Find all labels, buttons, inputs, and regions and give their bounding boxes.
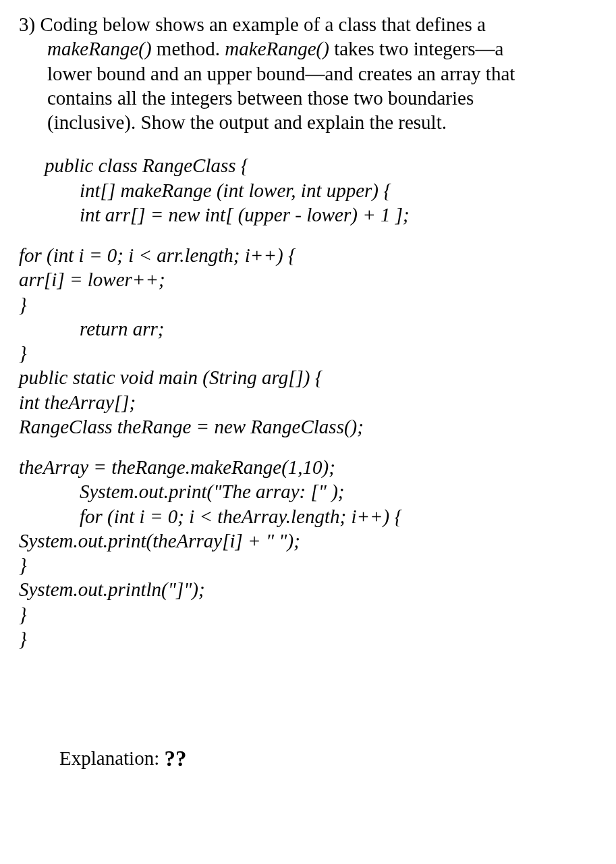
code-line: } [19, 341, 597, 365]
code-line: System.out.print(theArray[i] + " "); [19, 529, 597, 553]
code-block-1: public class RangeClass { int[] makeRang… [19, 153, 597, 227]
question-line-1: 3) Coding below shows an example of a cl… [19, 12, 597, 36]
code-line: System.out.println("]"); [19, 577, 597, 601]
code-line: } [19, 553, 597, 577]
code-line: theArray = theRange.makeRange(1,10); [19, 455, 597, 479]
method-name-2: makeRange() [225, 38, 329, 59]
code-line: int[] makeRange (int lower, int upper) { [19, 178, 597, 202]
question-line-3: lower bound and an upper bound—and creat… [19, 61, 597, 86]
question-text-1: Coding below shows an example of a class… [40, 14, 485, 35]
method-name-1: makeRange() [47, 38, 152, 59]
code-line: return arr; [19, 317, 597, 341]
explanation-block: Explanation: ?? [19, 745, 597, 773]
code-line: int theArray[]; [19, 390, 597, 414]
question-line-4: contains all the integers between those … [19, 86, 597, 110]
code-line: public class RangeClass { [19, 153, 597, 178]
code-line: } [19, 602, 597, 626]
code-line: } [19, 292, 597, 317]
code-line: public static void main (String arg[]) { [19, 365, 597, 389]
question-block: 3) Coding below shows an example of a cl… [19, 12, 597, 134]
code-line: System.out.print("The array: [" ); [19, 479, 597, 504]
code-line: RangeClass theRange = new RangeClass(); [19, 414, 597, 439]
explanation-label: Explanation: [59, 747, 159, 769]
code-block-2: for (int i = 0; i < arr.length; i++) { a… [19, 243, 597, 439]
question-text-5: (inclusive). Show the output and explain… [47, 111, 447, 133]
code-line: } [19, 626, 597, 651]
question-line-2: makeRange() method. makeRange() takes tw… [19, 36, 597, 61]
question-text-2a: method. [152, 38, 225, 59]
code-line: for (int i = 0; i < arr.length; i++) { [19, 243, 597, 267]
question-text-2b: takes two integers—a [329, 38, 504, 59]
code-line: arr[i] = lower++; [19, 267, 597, 292]
question-text-4: contains all the integers between those … [47, 87, 474, 109]
code-line: int arr[] = new int[ (upper - lower) + 1… [19, 202, 597, 227]
question-line-5: (inclusive). Show the output and explain… [19, 110, 597, 134]
code-line: for (int i = 0; i < theArray.length; i++… [19, 504, 597, 529]
question-number: 3) [19, 14, 35, 35]
explanation-placeholder: ?? [164, 747, 186, 771]
question-text-3: lower bound and an upper bound—and creat… [47, 63, 515, 84]
code-block-3: theArray = theRange.makeRange(1,10); Sys… [19, 455, 597, 651]
